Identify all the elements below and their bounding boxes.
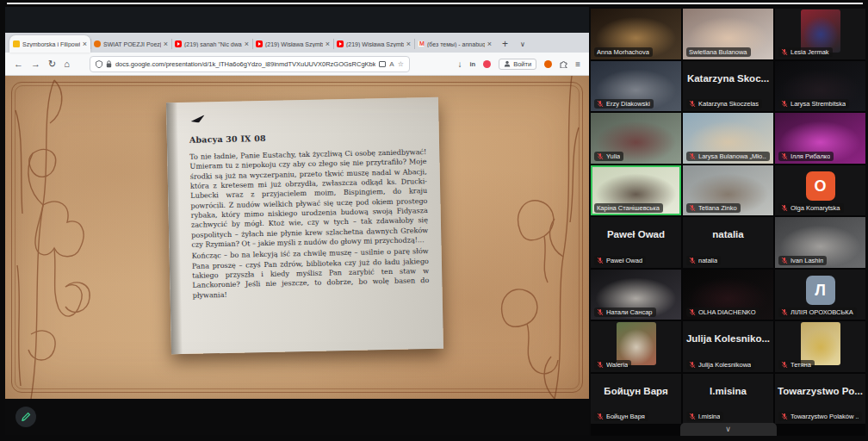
translate-icon[interactable]: A [389,60,394,68]
participants-panel: Anna Morhachova Swietlana Bulanowa [591,9,865,436]
participant-tile[interactable]: Бойцун Варя Бойцун Варя [591,374,681,425]
participant-tile[interactable]: Каріна Станішевська [591,165,681,216]
browser-tab[interactable]: (219) Wisława Szymborska czy × [252,35,333,53]
participant-name-label: Тетяна [778,360,815,370]
pencil-icon [21,412,31,422]
letter-paragraph-2: Kończąc – bo na lekcyją iść za chwilę mu… [192,246,430,300]
signin-button[interactable]: Войти [499,59,536,70]
toolbar-right-icons: ↓ in Войти ≡ [457,59,580,70]
participants-scroll-down-button[interactable]: ∨ [680,423,777,436]
back-button[interactable]: ← [14,59,23,69]
participant-tile[interactable]: Anna Morhachova [591,9,681,59]
tab-strip: Szymborska i Filipowicz - Goog × ŚWIAT P… [5,33,589,53]
participant-name-label: Lesia Jermak [778,47,833,57]
tab-close-icon[interactable]: × [487,40,492,48]
participant-big-name: Julija Kolesniko... [683,333,773,344]
participant-tile[interactable]: Swietlana Bulanowa [683,9,773,59]
muted-mic-icon [689,308,696,316]
participant-tile[interactable]: Тетяна [775,321,865,372]
participant-name-label: Katarzyna Skoczelas [686,99,762,109]
participant-tile[interactable]: Katarzyna Skoc... Katarzyna Skoczelas [683,61,773,112]
participant-name-text: Julija Kolesnikowa [698,361,751,369]
muted-mic-icon [781,152,788,160]
window-title-strip [5,7,589,33]
pocket-icon[interactable] [483,60,491,68]
participant-tile[interactable]: Waleria [591,321,681,372]
account-avatar-icon[interactable] [544,60,552,68]
slide-border-frame-inner [15,85,580,389]
tab-title: ŚWIAT POEZJI Poezja leczy ran [103,41,161,47]
participant-tile[interactable]: Натали Сансар [591,270,681,320]
participant-name-label: natalia [686,256,721,265]
browser-tab[interactable]: ŚWIAT POEZJI Poezja leczy ran × [90,35,171,53]
reload-button[interactable]: ↻ [48,59,56,70]
participant-tile[interactable]: Л ЛІЛІЯ ОРОХОВСЬКА [775,270,865,320]
participant-tile[interactable]: O Olga Komarytska [775,165,865,216]
linkedin-extension-icon[interactable]: in [469,60,475,68]
signin-label: Войти [513,60,531,68]
bookmark-star-icon[interactable]: ☆ [398,60,404,68]
downloads-icon[interactable]: ↓ [457,59,462,69]
menu-icon[interactable]: ≡ [575,59,580,69]
participant-tile[interactable]: Larysa Bulanowa „Mło... [683,113,773,164]
browser-tab[interactable]: (219) sanah "Nic dwa razy" (W × [171,35,252,53]
participant-tile[interactable]: Julija Kolesniko... Julija Kolesnikowa [683,321,773,372]
participant-name-text: Paweł Owad [606,257,642,264]
annotate-pen-button[interactable] [16,407,36,427]
shield-icon [96,60,102,68]
tab-favicon [94,40,101,47]
person-icon [504,60,511,67]
participant-tile[interactable]: Ілля Рибалко [775,113,865,164]
url-text: docs.google.com/presentation/d/1k_lTHa6o… [115,60,375,68]
participant-name-text: Ілля Рибалко [790,152,830,160]
forward-button[interactable]: → [31,59,40,69]
tab-close-icon[interactable]: × [326,40,330,48]
participant-tile[interactable]: Towarzystwo Po... Towarzystwo Polaków ..… [775,374,865,425]
muted-mic-icon [781,308,788,316]
participant-photo [801,9,840,53]
home-button[interactable]: ⌂ [64,59,70,69]
participant-name-text: Olga Komarytska [790,204,840,212]
participant-tile[interactable]: Paweł Owad Paweł Owad [591,217,681,268]
letter-paragraph-1: To nie ładnie, Panie Eustachy, tak życzl… [189,147,428,250]
participant-tile[interactable]: Erzy Diakowski [591,61,681,112]
tab-close-icon[interactable]: × [406,40,411,48]
tab-close-icon[interactable]: × [245,40,249,48]
tab-favicon [256,40,263,47]
browser-tab[interactable]: (без темы) - annabugrowa@gm × [414,35,495,53]
participant-name-label: Каріна Станішевська [594,203,663,213]
participant-tile[interactable]: l.misina l.misina [683,374,773,425]
participant-tile[interactable]: natalia natalia [683,217,773,268]
participant-name-text: Тетяна [790,361,811,369]
participant-tile[interactable]: Lesia Jermak [775,9,865,59]
participant-name-text: Waleria [606,361,628,369]
extension-icon[interactable] [560,60,567,68]
participant-tile[interactable]: Larysa Strembitska [775,61,865,112]
participant-name-text: Towarzystwo Polaków ... [790,413,859,420]
new-tab-button[interactable]: + [502,38,508,50]
tab-close-icon[interactable]: × [164,40,168,48]
publisher-triangle-icon [190,115,206,124]
muted-mic-icon [597,361,604,369]
participant-tile[interactable]: Tetiana Zinko [683,165,773,216]
tab-list-chevron-icon[interactable]: ∨ [520,40,525,48]
participant-name-text: Yulia [606,152,620,160]
tab-extras: + ∨ [502,35,525,53]
tab-favicon [175,40,182,47]
muted-mic-icon [597,308,604,316]
participant-tile[interactable]: OLHA DIACHENKO [683,270,773,320]
participant-tile[interactable]: Yulia [591,113,681,164]
slide-letterbox [5,399,589,435]
screenshot-icon[interactable] [379,61,386,67]
book-page-text: Abacya 30 IX 08 To nie ładnie, Panie Eus… [189,108,430,301]
screen-share-area: Szymborska i Filipowicz - Goog × ŚWIAT P… [5,7,589,435]
participant-tile[interactable]: Ivan Lashin [775,217,865,268]
browser-tab[interactable]: Szymborska i Filipowicz - Goog × [9,35,90,53]
tab-favicon [418,40,425,47]
address-bar[interactable]: docs.google.com/presentation/d/1k_lTHa6o… [90,56,410,72]
participant-name-label: Larysa Bulanowa „Mło... [686,152,770,161]
presentation-slide: Abacya 30 IX 08 To nie ładnie, Panie Eus… [5,76,589,399]
tab-close-icon[interactable]: × [83,40,87,48]
browser-tab[interactable]: (219) Wisława Szymborska o t × [333,35,414,53]
participant-name-label: ЛІЛІЯ ОРОХОВСЬКА [778,307,857,317]
